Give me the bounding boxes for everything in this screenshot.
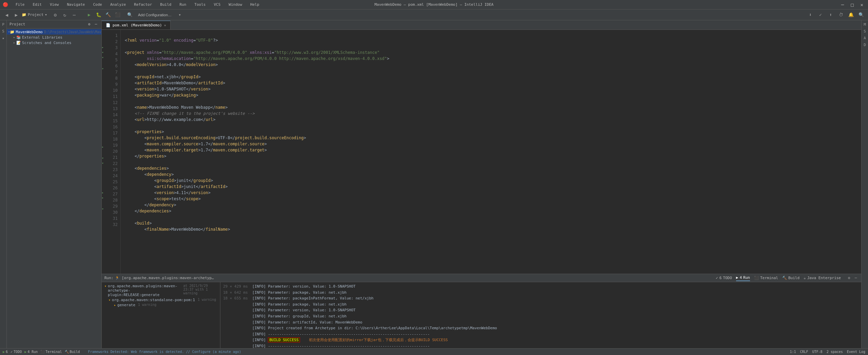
tab-todo[interactable]: ✓ 6 TODO <box>716 275 732 281</box>
run-tree-plugin[interactable]: ▾ org.apache.maven.plugins:maven-archety… <box>103 284 219 297</box>
menu-code[interactable]: Code <box>91 2 104 7</box>
tab-close-button[interactable]: ✕ <box>164 23 166 27</box>
project-tool-icon[interactable]: P <box>1 22 6 27</box>
status-event-log[interactable]: Event Log <box>847 350 865 354</box>
scratches-icon: 📝 <box>16 40 21 45</box>
gutter-arrow-7[interactable]: ▾ <box>102 66 107 71</box>
output-line-8: [INFO] Project created from Archetype in… <box>223 325 859 331</box>
gutter-arrow-5[interactable]: ▾ <box>102 55 107 60</box>
toolbar-settings-button[interactable]: ⚙ <box>51 11 59 19</box>
tab-run[interactable]: ▶ 4 Run <box>736 275 750 281</box>
menu-tools[interactable]: Tools <box>192 2 208 7</box>
tree-item-scratches[interactable]: ▸ 📝 Scratches and Consoles <box>7 40 101 45</box>
project-selector[interactable]: 📁 Project ▾ <box>22 13 47 17</box>
menu-edit[interactable]: Edit <box>31 2 44 7</box>
main-toolbar: ◀ ▶ 📁 Project ▾ ⚙ ↻ ⋯ ▶ 🐛 🔨 ⬛ 🔍 Add Conf… <box>0 9 868 20</box>
bottom-panel-settings-icon[interactable]: ⚙ <box>846 275 852 281</box>
status-run-active-indicator[interactable]: ▶ 4 Run <box>24 350 38 354</box>
ln-8: 8 <box>107 75 118 81</box>
tab-java-enterprise[interactable]: ☕ Java Enterprise <box>804 275 841 281</box>
status-build-text: Build <box>70 350 80 354</box>
vcs-commit-icon[interactable]: ✓ <box>816 11 825 19</box>
menu-view[interactable]: View <box>48 2 61 7</box>
todo-label: TODO <box>723 276 732 280</box>
menu-navigate[interactable]: Navigate <box>65 2 87 7</box>
database-tool-icon[interactable]: D <box>862 42 868 47</box>
bottom-panel-minimize-icon[interactable]: ─ <box>853 275 859 281</box>
menu-vcs[interactable]: VCS <box>212 2 222 7</box>
toolbar-forward-button[interactable]: ▶ <box>12 11 20 19</box>
vcs-update-icon[interactable]: ⬇ <box>806 11 814 19</box>
tree-item-root[interactable]: ▾ 📁 MavenWebDemo D:\Projects\Java\JavaWe… <box>7 29 101 35</box>
ln-24: 24 <box>107 173 118 179</box>
structure-tool-icon[interactable]: S <box>1 28 6 34</box>
gutter-arrow-23[interactable]: ▾ <box>102 161 107 166</box>
run-tree-generate[interactable]: ▸ generate 1 warning <box>103 302 219 308</box>
favorites-tool-icon[interactable]: ★ <box>1 35 6 41</box>
debug-button[interactable]: 🐛 <box>95 11 103 19</box>
maximize-button[interactable]: □ <box>849 1 855 8</box>
status-position[interactable]: 1:1 <box>790 350 796 354</box>
tree-item-external-libs[interactable]: ▸ 📚 External Libraries <box>7 35 101 40</box>
toolbar-back-button[interactable]: ◀ <box>3 11 11 19</box>
output-line-4: [INFO] Parameter: package, Value: net.xj… <box>223 301 859 308</box>
notifications-icon[interactable]: 🔔 <box>847 11 855 19</box>
menu-build[interactable]: Build <box>158 2 173 7</box>
vcs-push-icon[interactable]: ⬆ <box>827 11 835 19</box>
close-button[interactable]: ✕ <box>859 1 865 8</box>
build-button[interactable]: 🔨 <box>104 11 112 19</box>
window-controls[interactable]: ─ □ ✕ <box>839 1 865 8</box>
add-configuration-button[interactable]: Add Configuration… <box>135 12 174 18</box>
gutter-arrow-20[interactable]: ▸ <box>102 144 107 149</box>
ln-30: 30 <box>107 209 118 215</box>
menu-refactor[interactable]: Refactor <box>132 2 154 7</box>
bottom-panel-tabs: Run: 🏃 [org.apache.maven.plugins:maven-a… <box>102 274 861 282</box>
status-terminal-indicator[interactable]: ⬛ Terminal <box>40 350 62 354</box>
git-history-icon[interactable]: ⏱ <box>837 11 845 19</box>
code-content[interactable]: <?xml version="1.0" encoding="UTF-8"?> <… <box>121 30 861 274</box>
run-button[interactable]: ▶ <box>85 11 93 19</box>
search-everywhere-icon[interactable]: 🔍 <box>126 11 134 19</box>
gutter-arrow-4[interactable]: ▾ <box>102 50 107 55</box>
gutter-arrow-31[interactable]: ▾ <box>102 206 107 211</box>
menu-help[interactable]: Help <box>248 2 261 7</box>
menu-file[interactable]: File <box>14 2 27 7</box>
toolbar-sync-button[interactable]: ↻ <box>61 11 69 19</box>
tab-pom-xml[interactable]: 📄 pom.xml (MavenWebDemo) ✕ <box>102 21 171 29</box>
menu-run[interactable]: Run <box>177 2 188 7</box>
ln-17: 17 <box>107 130 118 136</box>
stop-button[interactable]: ⬛ <box>114 11 122 19</box>
status-encoding[interactable]: CRLF <box>800 350 808 354</box>
menu-window[interactable]: Window <box>226 2 244 7</box>
status-run-indicator[interactable]: ▶ 6 <box>3 350 8 354</box>
app-logo-icon: 🔴 <box>3 2 8 7</box>
find-action-icon[interactable]: 🔍 <box>857 11 865 19</box>
gutter-arrow-29[interactable]: ▸ <box>102 195 107 200</box>
ln-32: 32 <box>107 222 118 228</box>
run-tree-standalone[interactable]: ▾ org.apache.maven:standalone-pom:pom:1 … <box>103 297 219 302</box>
menu-analyze[interactable]: Analyze <box>108 2 128 7</box>
minimize-button[interactable]: ─ <box>839 1 846 8</box>
panel-settings-icon[interactable]: ⚙ <box>86 22 92 27</box>
maven-tool-icon[interactable]: M <box>862 22 868 27</box>
status-build-indicator[interactable]: 🔨 Build <box>65 350 80 354</box>
gutter-arrow-28[interactable]: ▸ <box>102 190 107 195</box>
toolbar-more-button[interactable]: ⋯ <box>70 11 78 19</box>
tab-build[interactable]: 🔨 Build <box>782 275 800 281</box>
ant-tool-icon[interactable]: A <box>862 35 868 41</box>
status-filetype[interactable]: UTF-8 <box>812 350 823 354</box>
spring-tool-icon[interactable]: S <box>862 28 868 34</box>
panel-collapse-icon[interactable]: ─ <box>93 22 99 27</box>
terminal-label: Terminal <box>760 276 778 280</box>
ln-21: 21 <box>107 154 118 161</box>
gutter-arrow-22[interactable]: ▾ <box>102 155 107 161</box>
status-indent[interactable]: 2 spaces <box>827 350 843 354</box>
output-line-6: [INFO] Parameter: groupId, Value: net.xj… <box>223 313 859 319</box>
gutter-arrow-3[interactable]: ▸ <box>102 45 107 50</box>
tab-terminal[interactable]: ⬛ Terminal <box>754 275 778 281</box>
tree-label-scratches: Scratches and Consoles <box>22 41 72 45</box>
status-run-active-icon: ▶ <box>24 350 26 354</box>
status-todo-indicator[interactable]: ✓ TODO <box>11 350 22 354</box>
frameworks-detected[interactable]: Frameworks Detected: Web framework is de… <box>88 350 241 354</box>
add-config-dropdown[interactable]: ▾ <box>176 11 184 19</box>
